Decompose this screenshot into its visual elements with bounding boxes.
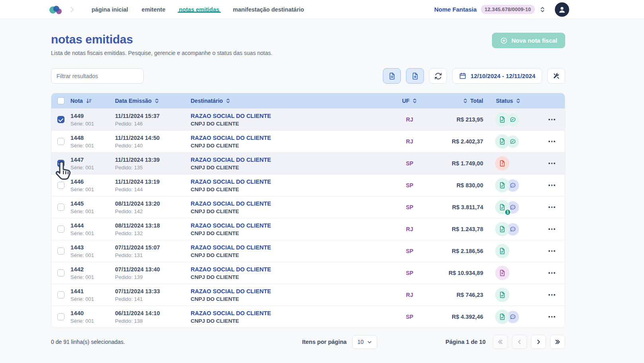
row-menu-button[interactable] bbox=[546, 225, 558, 233]
destinatario-link[interactable]: RAZAO SOCIAL DO CLIENTE bbox=[191, 135, 392, 141]
row-checkbox[interactable] bbox=[57, 160, 64, 167]
doc-check-icon[interactable] bbox=[495, 134, 509, 149]
pedido-number: Pedido: 139 bbox=[115, 274, 191, 280]
date-range-button[interactable]: 12/10/2024 - 12/11/2024 bbox=[452, 68, 542, 84]
nota-number: 1448 bbox=[70, 134, 115, 141]
destinatario-link[interactable]: RAZAO SOCIAL DO CLIENTE bbox=[191, 288, 392, 294]
sort-chevrons-icon[interactable] bbox=[154, 98, 159, 104]
previous-page-button[interactable] bbox=[512, 335, 527, 349]
column-header-total[interactable]: Total bbox=[470, 98, 483, 104]
row-checkbox[interactable] bbox=[57, 247, 64, 255]
emission-date: 08/11/2024 13:20 bbox=[115, 200, 191, 207]
destinatario-link[interactable]: RAZAO SOCIAL DO CLIENTE bbox=[191, 200, 392, 207]
cnpj-badge: 12.345.678/0009-10 bbox=[481, 5, 535, 14]
column-header-destinatario[interactable]: Destinatário bbox=[191, 98, 223, 104]
row-menu-button[interactable] bbox=[546, 269, 558, 277]
emission-date: 11/11/2024 15:37 bbox=[115, 113, 191, 119]
row-menu-button[interactable] bbox=[546, 203, 558, 211]
total-value: R$ 3.811,74 bbox=[427, 204, 487, 210]
row-checkbox[interactable] bbox=[57, 226, 64, 233]
doc-check-icon[interactable] bbox=[495, 288, 509, 302]
user-avatar[interactable] bbox=[555, 2, 569, 17]
nota-number: 1440 bbox=[70, 310, 115, 316]
tools-icon bbox=[552, 72, 560, 80]
sort-descending-icon[interactable] bbox=[86, 98, 92, 104]
emission-date: 07/11/2024 13:40 bbox=[115, 266, 191, 273]
tab-pagina-inicial[interactable]: página inicial bbox=[92, 6, 128, 13]
row-menu-button[interactable] bbox=[546, 247, 558, 255]
destinatario-link[interactable]: RAZAO SOCIAL DO CLIENTE bbox=[191, 179, 392, 185]
doc-error-icon[interactable] bbox=[495, 156, 509, 171]
main-content: notas emitidas Lista de notas fiscais em… bbox=[51, 33, 565, 357]
table-row: 1444 Série: 001 08/11/2024 13:18 Pedido:… bbox=[51, 218, 565, 240]
row-menu-button[interactable] bbox=[546, 291, 558, 299]
doc-cancel-icon[interactable] bbox=[495, 266, 509, 280]
sort-chevrons-icon[interactable] bbox=[226, 98, 230, 104]
tab-emitente[interactable]: emitente bbox=[142, 6, 166, 13]
destinatario-link[interactable]: RAZAO SOCIAL DO CLIENTE bbox=[191, 157, 392, 163]
row-checkbox[interactable] bbox=[57, 138, 64, 145]
pedido-number: Pedido: 141 bbox=[115, 296, 191, 302]
items-per-page-select[interactable]: 10 bbox=[352, 335, 377, 349]
destinatario-link[interactable]: RAZAO SOCIAL DO CLIENTE bbox=[191, 113, 392, 119]
sort-chevrons-icon[interactable] bbox=[516, 98, 521, 104]
doc-check-icon[interactable]: 1 bbox=[495, 200, 509, 214]
uf-value: RJ bbox=[392, 116, 427, 123]
row-menu-button[interactable] bbox=[546, 181, 558, 189]
row-menu-button[interactable] bbox=[546, 159, 558, 167]
row-checkbox[interactable] bbox=[57, 291, 64, 298]
total-value: R$ 10.934,89 bbox=[427, 270, 487, 276]
settings-tools-button[interactable] bbox=[547, 68, 565, 84]
column-header-nota[interactable]: Nota bbox=[70, 98, 83, 104]
invoices-table: Nota Data Emissão Destinatário UF bbox=[51, 93, 565, 328]
pedido-number: Pedido: 142 bbox=[115, 208, 191, 214]
status-icons bbox=[487, 131, 539, 152]
company-switcher-icon[interactable] bbox=[540, 6, 545, 13]
emission-date: 11/11/2024 14:50 bbox=[115, 135, 191, 141]
total-value: R$ 2.186,56 bbox=[427, 248, 487, 254]
status-icons bbox=[487, 306, 539, 328]
tab-notas-emitidas[interactable]: notas emitidas bbox=[179, 6, 220, 13]
emission-date: 11/11/2024 13:19 bbox=[115, 179, 191, 185]
download-document-button[interactable] bbox=[406, 68, 424, 84]
table-row: 1448 Série: 001 11/11/2024 14:50 Pedido:… bbox=[51, 130, 565, 152]
doc-check-icon[interactable] bbox=[495, 244, 509, 258]
nota-number: 1443 bbox=[70, 244, 115, 251]
next-page-button[interactable] bbox=[531, 335, 546, 349]
row-checkbox[interactable] bbox=[57, 182, 64, 189]
row-checkbox[interactable] bbox=[57, 204, 64, 211]
row-menu-button[interactable] bbox=[546, 116, 558, 124]
doc-check-icon[interactable] bbox=[495, 222, 509, 236]
first-page-button[interactable] bbox=[493, 335, 508, 349]
new-invoice-button[interactable]: Nova nota fiscal bbox=[492, 33, 565, 48]
row-checkbox[interactable] bbox=[57, 269, 64, 277]
chevron-left-icon bbox=[516, 339, 523, 345]
export-document-button[interactable] bbox=[383, 68, 401, 84]
destinatario-link[interactable]: RAZAO SOCIAL DO CLIENTE bbox=[191, 266, 392, 273]
last-page-button[interactable] bbox=[550, 335, 565, 349]
column-header-uf[interactable]: UF bbox=[402, 98, 410, 104]
tab-manifestacao-destinatario[interactable]: manifestação destinatário bbox=[233, 6, 304, 13]
select-all-checkbox[interactable] bbox=[57, 97, 64, 104]
destinatario-link[interactable]: RAZAO SOCIAL DO CLIENTE bbox=[191, 310, 392, 316]
row-menu-button[interactable] bbox=[546, 137, 558, 145]
sort-chevrons-icon[interactable] bbox=[463, 98, 468, 104]
doc-check-icon[interactable] bbox=[495, 112, 509, 127]
double-chevron-right-icon bbox=[554, 339, 561, 345]
app-logo-icon[interactable] bbox=[49, 4, 63, 16]
row-checkbox[interactable] bbox=[57, 116, 64, 123]
refresh-button[interactable] bbox=[429, 68, 447, 84]
row-menu-button[interactable] bbox=[546, 313, 558, 321]
sort-chevrons-icon[interactable] bbox=[412, 98, 417, 104]
row-checkbox[interactable] bbox=[57, 313, 64, 320]
doc-check-icon[interactable] bbox=[495, 178, 509, 192]
destinatario-link[interactable]: RAZAO SOCIAL DO CLIENTE bbox=[191, 244, 392, 251]
table-row: 1449 Série: 001 11/11/2024 15:37 Pedido:… bbox=[51, 108, 565, 130]
filter-input[interactable] bbox=[51, 68, 144, 84]
column-header-data-emissao[interactable]: Data Emissão bbox=[115, 98, 152, 104]
document-download-icon bbox=[411, 72, 419, 80]
chevron-down-icon bbox=[367, 339, 372, 345]
destinatario-link[interactable]: RAZAO SOCIAL DO CLIENTE bbox=[191, 222, 392, 229]
column-header-status[interactable]: Status bbox=[496, 98, 513, 104]
doc-check-icon[interactable] bbox=[495, 310, 509, 324]
